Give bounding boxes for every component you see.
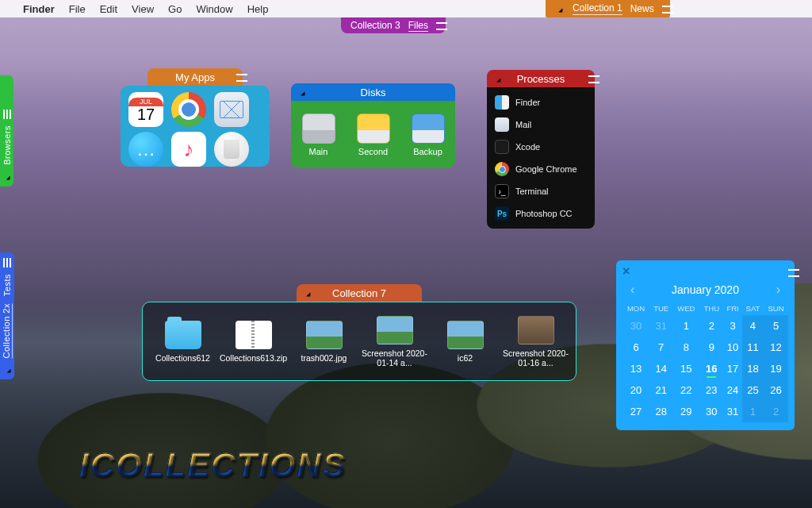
messages-app-icon[interactable]: …: [128, 132, 163, 167]
disk-item[interactable]: Main: [302, 114, 335, 156]
popout-icon[interactable]: [553, 3, 565, 14]
calendar-dow: SUN: [764, 302, 788, 315]
panel-processes[interactable]: Processes Finder Mail Xcode Google Chrom…: [487, 70, 595, 229]
next-month-icon[interactable]: ›: [773, 283, 783, 297]
panel-header[interactable]: My Apps: [147, 68, 243, 86]
top-tab-label-1[interactable]: Collection 1: [573, 2, 622, 15]
panel-collection7[interactable]: Collection 7 Collections612 Collections6…: [142, 284, 576, 381]
calendar-day[interactable]: 15: [672, 358, 699, 379]
process-row[interactable]: Xcode: [487, 136, 595, 158]
popout-icon[interactable]: [2, 171, 12, 182]
side-tab-collection2x[interactable]: Tests Collection 2x: [0, 252, 14, 379]
calendar-day[interactable]: 2: [764, 401, 788, 422]
file-item[interactable]: Collections613.zip: [220, 321, 288, 363]
calendar-day[interactable]: 9: [699, 337, 723, 358]
calendar-day[interactable]: 7: [649, 337, 672, 358]
file-label: Screenshot 2020-01-14 a...: [361, 348, 429, 368]
calendar-day[interactable]: 30: [699, 401, 723, 422]
calendar-day[interactable]: 1: [742, 401, 764, 422]
panel-header[interactable]: Collection 7: [297, 284, 422, 302]
disk-label: Second: [358, 147, 388, 156]
panel-my-apps[interactable]: My Apps JUL 17 … ♪: [121, 68, 270, 167]
calendar-day[interactable]: 29: [672, 401, 699, 422]
panel-disks[interactable]: Disks Main Second Backup: [291, 83, 455, 168]
calendar-day[interactable]: 14: [649, 358, 672, 379]
calendar-day[interactable]: 24: [723, 379, 742, 401]
popout-icon[interactable]: [2, 364, 13, 375]
calendar-day[interactable]: 28: [649, 401, 672, 422]
menubar-app[interactable]: Finder: [16, 3, 62, 15]
music-app-icon[interactable]: ♪: [171, 132, 206, 167]
calendar-day[interactable]: 6: [622, 337, 649, 358]
calendar-day[interactable]: 13: [622, 358, 649, 379]
file-item[interactable]: Collections612: [149, 321, 217, 363]
chrome-app-icon[interactable]: [171, 92, 206, 127]
mail-app-icon[interactable]: [214, 92, 249, 127]
calendar-day[interactable]: 17: [723, 358, 742, 379]
menubar-go[interactable]: Go: [161, 3, 189, 15]
calendar-app-icon[interactable]: JUL 17: [128, 92, 163, 127]
popout-icon[interactable]: [301, 287, 312, 298]
file-item[interactable]: ic62: [431, 321, 500, 363]
calendar-day[interactable]: 5: [764, 315, 788, 337]
calendar-header: ‹ January 2020 ›: [622, 283, 788, 297]
file-item[interactable]: trash002.jpg: [290, 321, 358, 363]
top-tab-collection1[interactable]: Collection 1 News: [546, 0, 670, 17]
file-item[interactable]: Screenshot 2020-01-16 a...: [502, 316, 570, 368]
calendar-day[interactable]: 25: [742, 379, 764, 401]
process-row[interactable]: PsPhotoshop CC: [487, 202, 595, 225]
top-tab-label-2[interactable]: News: [630, 3, 654, 14]
calendar-day[interactable]: 2: [699, 315, 723, 337]
process-label: Mail: [515, 120, 531, 129]
menu-icon[interactable]: [6, 258, 8, 267]
side-tab-browsers[interactable]: Browsers: [0, 75, 13, 187]
menubar-help[interactable]: Help: [240, 3, 276, 15]
purple-tab-label-2[interactable]: Files: [408, 20, 428, 32]
disk-item[interactable]: Backup: [412, 114, 445, 156]
file-item[interactable]: Screenshot 2020-01-14 a...: [361, 316, 429, 368]
calendar-day[interactable]: 19: [764, 358, 788, 379]
process-row[interactable]: Mail: [487, 114, 595, 136]
menubar-view[interactable]: View: [124, 3, 161, 15]
calendar-day[interactable]: 23: [699, 379, 723, 401]
menubar-file[interactable]: File: [62, 3, 93, 15]
menu-icon[interactable]: [6, 110, 8, 119]
photoshop-icon: Ps: [495, 206, 509, 221]
purple-tab-label-1[interactable]: Collection 3: [350, 20, 400, 31]
panel-header[interactable]: Processes: [487, 70, 595, 87]
calendar-day[interactable]: 21: [649, 379, 672, 401]
calendar-day[interactable]: 20: [622, 379, 649, 401]
calendar-day[interactable]: 10: [723, 337, 742, 358]
trash-app-icon[interactable]: [214, 132, 249, 167]
calendar-day[interactable]: 16: [699, 358, 723, 379]
calendar-day[interactable]: 31: [649, 315, 672, 337]
disk-item[interactable]: Second: [357, 114, 390, 156]
menubar-edit[interactable]: Edit: [93, 3, 124, 15]
panel-header[interactable]: Disks: [291, 83, 455, 101]
prev-month-icon[interactable]: ‹: [627, 283, 638, 297]
menubar-window[interactable]: Window: [189, 3, 239, 15]
calendar-widget[interactable]: × ‹ January 2020 › MONTUEWEDTHUFRISATSUN…: [616, 260, 795, 430]
popout-icon[interactable]: [492, 73, 503, 84]
calendar-day[interactable]: 12: [764, 337, 788, 358]
process-row[interactable]: Google Chrome: [487, 158, 595, 180]
calendar-day[interactable]: 8: [672, 337, 699, 358]
calendar-day[interactable]: 31: [723, 401, 742, 422]
calendar-dow: FRI: [723, 302, 742, 315]
calendar-day[interactable]: 4: [742, 315, 764, 337]
calendar-day[interactable]: 22: [672, 379, 699, 401]
side-tab-label: Browsers: [2, 125, 12, 165]
close-icon[interactable]: ×: [622, 267, 634, 278]
panel-title: Processes: [517, 73, 565, 85]
calendar-day[interactable]: 11: [742, 337, 764, 358]
process-row[interactable]: ›_Terminal: [487, 180, 595, 202]
calendar-day[interactable]: 26: [764, 379, 788, 401]
popout-icon[interactable]: [296, 87, 307, 98]
calendar-day[interactable]: 30: [622, 315, 649, 337]
calendar-day[interactable]: 27: [622, 401, 649, 422]
purple-tab-collection3[interactable]: Collection 3 Files: [341, 17, 446, 33]
process-row[interactable]: Finder: [487, 91, 595, 114]
calendar-day[interactable]: 1: [672, 315, 699, 337]
calendar-day[interactable]: 18: [742, 358, 764, 379]
calendar-day[interactable]: 3: [723, 315, 742, 337]
